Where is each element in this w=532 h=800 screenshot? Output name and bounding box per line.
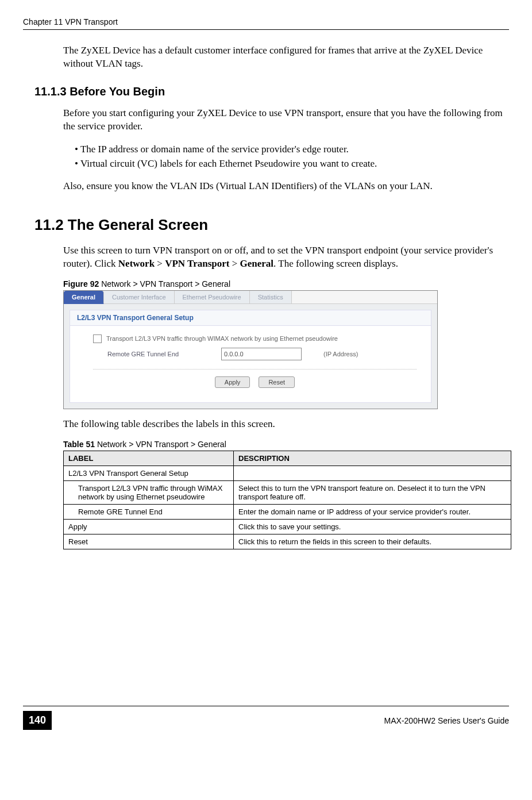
bullet-item: Virtual circuit (VC) labels for each Eth… xyxy=(75,156,509,171)
heading-11-1-3: 11.1.3 Before You Begin xyxy=(34,85,509,98)
tunnel-end-label: Remote GRE Tunnel End xyxy=(107,351,217,357)
table-header-row: LABEL DESCRIPTION xyxy=(64,451,511,466)
col-header-description: DESCRIPTION xyxy=(234,451,511,466)
tab-spacer xyxy=(292,291,437,304)
tab-ethernet-pseudowire[interactable]: Ethernet Pseudowire xyxy=(175,291,250,304)
tunnel-end-row: Remote GRE Tunnel End (IP Address) xyxy=(93,348,417,360)
figure-number: Figure 92 xyxy=(63,279,101,289)
figure-title: Network > VPN Transport > General xyxy=(101,279,230,289)
para-general-screen: Use this screen to turn VPN transport on… xyxy=(63,244,509,271)
nav-general: General xyxy=(240,258,274,269)
footer-guide-name: MAX-200HW2 Series User's Guide xyxy=(52,716,509,725)
reset-button[interactable]: Reset xyxy=(259,376,295,388)
cell-label: L2/L3 VPN Transport General Setup xyxy=(64,466,234,480)
table-row: Remote GRE Tunnel End Enter the domain n… xyxy=(64,504,511,519)
panel-title: L2/L3 VPN Transport General Setup xyxy=(70,310,431,326)
description-table: LABEL DESCRIPTION L2/L3 VPN Transport Ge… xyxy=(63,451,511,549)
cell-desc: Enter the domain name or IP address of y… xyxy=(234,504,511,519)
cell-desc xyxy=(234,466,511,480)
cell-label: Transport L2/L3 VPN traffic through WiMA… xyxy=(64,480,234,504)
tab-customer-interface[interactable]: Customer Interface xyxy=(104,291,175,304)
figure-caption: Figure 92 Network > VPN Transport > Gene… xyxy=(63,279,509,289)
field-hint: (IP Address) xyxy=(323,351,358,357)
table-row: Transport L2/L3 VPN traffic through WiMA… xyxy=(64,480,511,504)
settings-panel: L2/L3 VPN Transport General Setup Transp… xyxy=(70,310,431,403)
separator: > xyxy=(155,258,165,269)
table-intro: The following table describes the labels… xyxy=(63,418,509,431)
cell-desc: Select this to turn the VPN transport fe… xyxy=(234,480,511,504)
intro-paragraph: The ZyXEL Device has a default customer … xyxy=(63,44,509,71)
tab-general[interactable]: General xyxy=(64,291,104,304)
cell-label: Apply xyxy=(64,519,234,534)
apply-button[interactable]: Apply xyxy=(215,376,250,388)
para-before-begin-1: Before you start configuring your ZyXEL … xyxy=(63,107,509,133)
heading-11-2: 11.2 The General Screen xyxy=(34,216,509,234)
panel-body: Transport L2/L3 VPN traffic through WIMA… xyxy=(70,326,431,402)
bullet-item: The IP address or domain name of the ser… xyxy=(75,142,509,157)
cell-desc: Click this to save your settings. xyxy=(234,519,511,534)
button-row: Apply Reset xyxy=(93,369,417,388)
table-row: Apply Click this to save your settings. xyxy=(64,519,511,534)
cell-desc: Click this to return the fields in this … xyxy=(234,534,511,549)
page-number: 140 xyxy=(23,711,52,730)
nav-network: Network xyxy=(118,258,155,269)
tab-row: General Customer Interface Ethernet Pseu… xyxy=(64,291,437,304)
transport-checkbox[interactable] xyxy=(93,334,102,343)
nav-vpn-transport: VPN Transport xyxy=(165,258,229,269)
bullet-list: The IP address or domain name of the ser… xyxy=(75,142,509,171)
table-caption: Table 51 Network > VPN Transport > Gener… xyxy=(63,440,509,449)
screenshot-figure: General Customer Interface Ethernet Pseu… xyxy=(63,290,438,409)
tunnel-end-input[interactable] xyxy=(221,348,302,360)
cell-label: Reset xyxy=(64,534,234,549)
para-before-begin-2: Also, ensure you know the VLAN IDs (Virt… xyxy=(63,180,509,193)
col-header-label: LABEL xyxy=(64,451,234,466)
table-row: L2/L3 VPN Transport General Setup xyxy=(64,466,511,480)
checkbox-row: Transport L2/L3 VPN traffic through WIMA… xyxy=(93,334,417,343)
cell-label: Remote GRE Tunnel End xyxy=(64,504,234,519)
separator: > xyxy=(229,258,240,269)
table-number: Table 51 xyxy=(63,440,97,449)
text-fragment: . The following screen displays. xyxy=(273,258,398,269)
page-footer: 140 MAX-200HW2 Series User's Guide xyxy=(23,706,509,730)
checkbox-label: Transport L2/L3 VPN traffic through WIMA… xyxy=(106,335,338,342)
table-title: Network > VPN Transport > General xyxy=(97,440,226,449)
running-header: Chapter 11 VPN Transport xyxy=(23,17,509,30)
table-row: Reset Click this to return the fields in… xyxy=(64,534,511,549)
tab-statistics[interactable]: Statistics xyxy=(250,291,292,304)
